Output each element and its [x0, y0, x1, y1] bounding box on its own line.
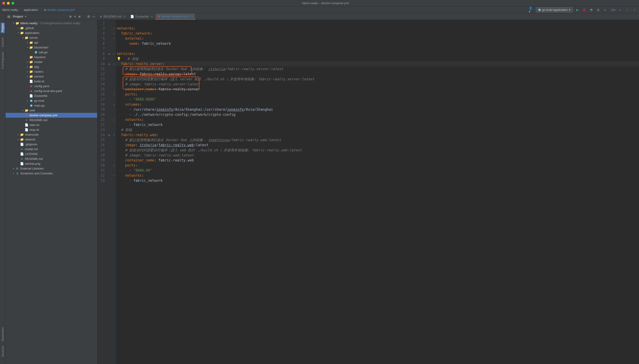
line-number[interactable]: 15: [100, 87, 105, 92]
tree-item[interactable]: ▸📁web: [6, 108, 97, 113]
line-number[interactable]: 28: [100, 153, 105, 158]
run-line-icon[interactable]: ▶: [109, 52, 110, 55]
fold-icon[interactable]: ⊖: [113, 63, 115, 65]
tree-arrow-icon[interactable]: ▸: [26, 66, 29, 68]
project-tree[interactable]: ▾📁fabric-realty~/Code/goRoot/src/fabric-…: [6, 20, 97, 364]
tree-item[interactable]: ▸📁model: [6, 60, 97, 64]
fold-icon[interactable]: ⊖: [113, 93, 115, 96]
line-number[interactable]: 25: [100, 138, 105, 142]
line-number[interactable]: 33: [100, 178, 105, 183]
settings-icon[interactable]: ⚙: [87, 15, 90, 18]
collapse-all-icon[interactable]: ≣: [78, 15, 81, 18]
tree-item[interactable]: ▸📁chaincode: [6, 132, 97, 137]
fold-icon[interactable]: ⊖: [113, 174, 115, 177]
line-number[interactable]: 18: [100, 102, 105, 107]
line-number[interactable]: 32: [100, 173, 105, 178]
run-line-icon[interactable]: ▶: [109, 62, 110, 66]
fold-icon[interactable]: ⊖: [113, 164, 115, 167]
code-line[interactable]: image: fabric-realty.server:latest: [116, 72, 639, 76]
line-number[interactable]: 2: [100, 21, 105, 26]
code-line[interactable]: networks:: [116, 173, 639, 178]
tree-item[interactable]: ▸📁routers: [6, 69, 97, 74]
tree-arrow-icon[interactable]: ▸: [21, 109, 24, 112]
editor-tab[interactable]: 📄Dockerfile×: [128, 14, 155, 20]
tree-item[interactable]: 📄start.sh: [6, 122, 97, 127]
tree-item[interactable]: ▸⬢go.mod: [6, 98, 97, 103]
code-line[interactable]: networks:: [116, 26, 639, 31]
tree-arrow-icon[interactable]: ▸: [12, 167, 15, 170]
tree-arrow-icon[interactable]: ▸: [26, 70, 29, 73]
tree-item[interactable]: 📄wechat.png: [6, 161, 97, 166]
code-line[interactable]: 💡 # 后端: [116, 56, 639, 61]
code-line[interactable]: container_name: fabric-realty.server: [116, 87, 639, 92]
chevron-down-icon[interactable]: ▾: [25, 15, 26, 18]
hide-panel-icon[interactable]: —: [92, 15, 95, 18]
fold-icon[interactable]: ⊖: [113, 134, 115, 136]
tree-item[interactable]: ▸📁api: [6, 40, 97, 45]
tree-item[interactable]: ▾📁server: [6, 35, 97, 40]
tree-item[interactable]: ▾📁application: [6, 30, 97, 35]
code-line[interactable]: name: fabric_network: [116, 41, 639, 46]
tree-item[interactable]: ▸📁network: [6, 137, 97, 142]
tree-item[interactable]: 📄stop.sh: [6, 127, 97, 132]
close-tab-icon[interactable]: ×: [191, 14, 193, 18]
locate-icon[interactable]: ⊕: [69, 15, 72, 18]
code-line[interactable]: - fabric_network: [116, 178, 639, 183]
tree-item[interactable]: ⬢main.go: [6, 103, 97, 108]
tree-item[interactable]: ▾📁blockchain: [6, 45, 97, 50]
run-configuration-selector[interactable]: ⬢ go build application ▾: [536, 7, 573, 12]
tree-item[interactable]: ▸📁service: [6, 74, 97, 79]
line-number[interactable]: 17: [100, 97, 105, 102]
line-number[interactable]: 11: [100, 66, 105, 72]
tree-item[interactable]: 📁keystore: [6, 55, 97, 60]
expand-all-icon[interactable]: ≡: [74, 15, 76, 18]
maximize-window-button[interactable]: [12, 2, 14, 4]
tree-item[interactable]: ▦config-local-dev.yaml: [6, 88, 97, 94]
code-line[interactable]: external:: [116, 36, 639, 41]
code-line[interactable]: volumes:: [116, 102, 639, 107]
tree-item[interactable]: ▦config.yaml: [6, 84, 97, 88]
line-number[interactable]: 4: [100, 31, 105, 36]
line-number[interactable]: 19: [100, 107, 105, 112]
tree-arrow-icon[interactable]: ▾: [12, 22, 15, 24]
tree-arrow-icon[interactable]: ▸: [26, 100, 29, 102]
line-number[interactable]: 21: [100, 117, 105, 122]
editor-tab[interactable]: ▼README.md×: [97, 14, 128, 20]
project-tool-button[interactable]: Project: [1, 22, 5, 33]
git-update-button[interactable]: ↙: [618, 8, 623, 12]
code-line[interactable]: services:: [116, 51, 639, 56]
profile-button[interactable]: ◷: [596, 8, 601, 12]
fold-icon[interactable]: ⊖: [113, 32, 115, 35]
minimize-window-button[interactable]: [7, 2, 10, 4]
tree-arrow-icon[interactable]: ▾: [16, 32, 20, 34]
line-number[interactable]: 29: [100, 158, 105, 163]
tree-arrow-icon[interactable]: ▸: [16, 138, 20, 141]
code-line[interactable]: - "8888:8888": [116, 97, 639, 102]
line-number[interactable]: 24: [100, 132, 105, 138]
tree-item[interactable]: ▼Install.md: [6, 147, 97, 152]
tree-item[interactable]: ▼README.md: [6, 156, 97, 161]
coverage-button[interactable]: ◔: [589, 8, 594, 12]
run-line-icon[interactable]: ▶: [109, 134, 110, 136]
commit-tool-button[interactable]: Commit: [1, 38, 4, 47]
code-line[interactable]: ports:: [116, 92, 639, 97]
run-gutter[interactable]: ▶▶▶: [106, 20, 112, 364]
code-line[interactable]: image: itshujia/fabric-realty.web:latest: [116, 142, 639, 148]
line-number[interactable]: 20: [100, 112, 105, 117]
fold-icon[interactable]: ⊖: [113, 118, 115, 121]
code-line[interactable]: fabric-realty.web:: [116, 132, 639, 138]
fold-icon[interactable]: ⊖: [113, 52, 115, 55]
line-number[interactable]: 31: [100, 168, 105, 173]
close-tab-icon[interactable]: ×: [124, 15, 126, 18]
code-line[interactable]: - /usr/share/zoneinfo/Asia/Shanghai:/usr…: [116, 107, 639, 112]
structure-tool-button[interactable]: Structure: [1, 346, 4, 357]
breadcrumb-file[interactable]: docker-compose.yml: [47, 8, 75, 12]
code-editor[interactable]: networks: fabric_network: external: name…: [116, 20, 639, 184]
line-number[interactable]: 7: [100, 46, 105, 51]
tree-item[interactable]: ▾📁fabric-realty~/Code/goRoot/src/fabric-…: [6, 21, 97, 26]
line-number[interactable]: 22: [100, 122, 105, 127]
tree-arrow-icon[interactable]: ▸: [16, 27, 20, 29]
debug-button[interactable]: 🐞: [582, 8, 587, 12]
code-line[interactable]: - "8000:80": [116, 168, 639, 173]
fold-icon[interactable]: ⊖: [113, 37, 115, 40]
